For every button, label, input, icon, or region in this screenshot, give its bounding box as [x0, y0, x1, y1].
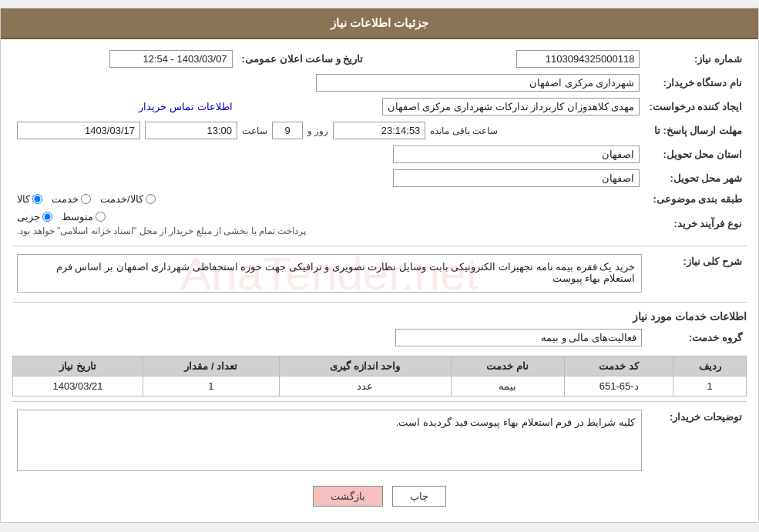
process-radio-partial-label: جزیی	[17, 211, 40, 223]
need-number-value: 1103094325000118	[516, 50, 640, 68]
divider-3	[12, 401, 747, 402]
services-section-title: اطلاعات خدمات مورد نیاز	[12, 310, 747, 323]
city-value: اصفهان	[393, 169, 640, 187]
deadline-remaining-label: ساعت باقی مانده	[430, 125, 498, 136]
page-title: جزئیات اطلاعات نیاز	[331, 16, 428, 29]
category-radio-khadamat-input[interactable]	[81, 194, 91, 204]
process-radio-medium[interactable]: متوسط	[62, 211, 106, 223]
deadline-day: 9	[272, 122, 303, 139]
category-radio-khadamat[interactable]: خدمت	[52, 193, 91, 205]
category-radio-khadamat-label: خدمت	[52, 193, 79, 205]
col-row: ردیف	[673, 356, 747, 376]
need-description-text: خرید یک فقره بیمه نامه تجهیزات الکترونیک…	[56, 261, 635, 284]
category-label: طبقه بندی موضوعی:	[644, 190, 747, 208]
deadline-date: 1403/03/17	[17, 122, 140, 139]
category-radio-kala-khadamat-label: کالا/خدمت	[100, 193, 143, 205]
buyer-org-value: شهرداری مرکزی اصفهان	[316, 74, 640, 92]
need-number-label: شماره نیاز:	[644, 47, 747, 71]
deadline-day-label: روز و	[307, 125, 328, 136]
back-button[interactable]: بازگشت	[313, 486, 383, 507]
contact-link[interactable]: اطلاعات تماس خریدار	[139, 101, 232, 112]
page-header: جزئیات اطلاعات نیاز	[1, 8, 758, 39]
category-radio-kala-khadamat[interactable]: کالا/خدمت	[100, 193, 156, 205]
deadline-time-label: ساعت	[242, 125, 267, 136]
watermark: AnaTender.net	[180, 247, 479, 300]
process-radio-partial-input[interactable]	[42, 212, 52, 222]
group-label: گروه خدمت:	[646, 326, 747, 350]
category-radio-kala-khadamat-input[interactable]	[146, 194, 156, 204]
creator-label: ایجاد کننده درخواست:	[644, 95, 747, 119]
buyer-notes-table: توضیحات خریدار: کلیه شرایط در فرم استعلا…	[12, 407, 747, 474]
category-radio-kala[interactable]: کالا	[17, 193, 42, 205]
buyer-notes-text: کلیه شرایط در فرم استعلام بهاء پیوست فید…	[396, 417, 635, 428]
category-radio-kala-label: کالا	[17, 193, 30, 205]
process-radio-medium-label: متوسط	[62, 211, 93, 223]
group-value: فعالیت‌های مالی و بیمه	[395, 329, 642, 346]
city-label: شهر محل تحویل:	[644, 166, 747, 190]
deadline-time: 13:00	[145, 122, 237, 139]
divider-1	[12, 246, 747, 246]
buyer-notes-box: کلیه شرایط در فرم استعلام بهاء پیوست فید…	[17, 410, 642, 471]
col-name: نام خدمت	[451, 356, 564, 376]
announcement-label: تاریخ و ساعت اعلان عمومی:	[237, 47, 368, 71]
table-row: 1د-65-651بیمهعدد11403/03/21	[13, 376, 747, 396]
province-value: اصفهان	[393, 146, 640, 163]
process-radio-group: متوسط جزیی	[17, 211, 106, 223]
announcement-value: 1403/03/07 - 12:54	[109, 50, 233, 68]
need-description-box: AnaTender.net خرید یک فقره بیمه نامه تجه…	[17, 254, 642, 293]
province-label: استان محل تحویل:	[644, 142, 747, 166]
col-qty: تعداد / مقدار	[143, 356, 280, 376]
process-note: پرداخت تمام یا بخشی از مبلغ خریدار از مح…	[17, 226, 306, 236]
services-table: ردیف کد خدمت نام خدمت واحد اندازه گیری ت…	[12, 356, 747, 396]
category-radio-kala-input[interactable]	[32, 194, 42, 204]
process-radio-partial[interactable]: جزیی	[17, 211, 52, 223]
category-radio-group: کالا/خدمت خدمت کالا	[17, 193, 640, 205]
deadline-label: مهلت ارسال پاسخ: تا	[644, 119, 747, 142]
buyer-org-label: نام دستگاه خریدار:	[644, 71, 747, 95]
button-row: چاپ بازگشت	[12, 486, 747, 507]
buyer-notes-label: توضیحات خریدار:	[646, 407, 747, 474]
need-desc-label: شرح کلی نیاز:	[646, 251, 747, 296]
col-unit: واحد اندازه گیری	[279, 356, 451, 376]
col-code: کد خدمت	[565, 356, 673, 376]
divider-2	[12, 302, 747, 303]
col-date: تاریخ نیاز	[13, 356, 143, 376]
process-label: نوع فرآیند خرید:	[644, 208, 747, 239]
deadline-remaining: 23:14:53	[333, 122, 425, 139]
creator-value: مهدی کلاهدوزان کاربرداز تدارکات شهرداری …	[382, 98, 640, 115]
print-button[interactable]: چاپ	[392, 486, 446, 507]
process-radio-medium-input[interactable]	[96, 212, 106, 222]
services-group-table: گروه خدمت: فعالیت‌های مالی و بیمه	[12, 326, 747, 350]
need-desc-table: شرح کلی نیاز: AnaTender.net خرید یک فقره…	[12, 251, 747, 296]
info-table: شماره نیاز: 1103094325000118 تاریخ و ساع…	[12, 47, 747, 239]
